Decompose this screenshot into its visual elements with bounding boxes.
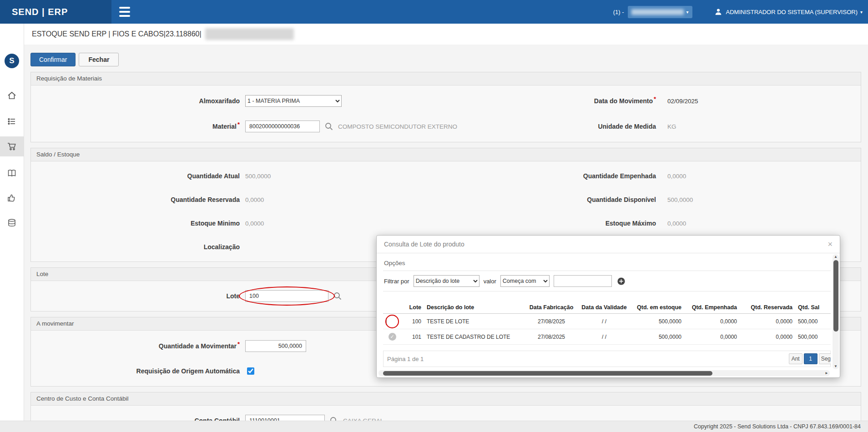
lote-label: Lote xyxy=(31,292,240,300)
cell-lote: 100 xyxy=(401,314,424,329)
horizontal-scroll-thumb[interactable] xyxy=(383,371,712,376)
qtd-movimentar-label: Quantidade a Movimentar* xyxy=(31,342,240,350)
lote-table: Lote Descrição do lote Data Fabricação D… xyxy=(383,301,831,345)
table-row[interactable]: ✓ 101 TESTE DE CADASTRO DE LOTE 27/08/20… xyxy=(383,329,831,345)
material-label: Material* xyxy=(31,123,240,130)
selected-row-check[interactable]: ✓ xyxy=(389,333,396,341)
topbar-right: (1) - ▾ ADMINISTRADOR DO SISTEMA (SUPERV… xyxy=(613,0,863,24)
table-row[interactable]: 100 TESTE DE LOTE 27/08/2025 / / 500,000… xyxy=(383,314,831,329)
app-logo-text: SEND | ERP xyxy=(12,7,68,17)
prev-page-button[interactable]: Ant xyxy=(789,353,802,364)
vertical-scrollbar[interactable]: ▲ ▼ xyxy=(833,254,839,369)
sidebar-item-catalog[interactable] xyxy=(0,163,24,183)
scroll-up-arrow-icon[interactable]: ▲ xyxy=(833,254,839,260)
close-icon[interactable]: × xyxy=(828,240,833,248)
menu-hamburger-button[interactable] xyxy=(119,7,131,17)
thumbs-up-icon xyxy=(7,193,16,202)
cell-fabricacao: 27/08/2025 xyxy=(524,314,579,329)
conta-description: CAIXA GERAL xyxy=(343,417,384,421)
unidade-label: Unidade de Medida xyxy=(559,123,656,130)
footer: Copyright 2025 - Send Solutions Ltda - C… xyxy=(0,421,868,432)
redacted-text xyxy=(205,28,294,40)
sidebar-item-requests[interactable] xyxy=(0,111,24,131)
column-header: Qtd. Reservada xyxy=(740,301,795,314)
qtd-movimentar-input[interactable] xyxy=(245,340,306,352)
company-select[interactable]: ▾ xyxy=(628,6,692,18)
conta-contabil-input[interactable] xyxy=(245,415,325,421)
data-movimento-value: 02/09/2025 xyxy=(667,98,698,105)
user-menu[interactable]: ADMINISTRADOR DO SISTEMA (SUPERVISOR) xyxy=(726,9,858,15)
data-movimento-label: Data do Movimento* xyxy=(559,97,656,105)
scroll-down-arrow-icon[interactable]: ▼ xyxy=(833,364,839,369)
add-filter-button[interactable] xyxy=(617,277,626,286)
sidebar-item-home[interactable] xyxy=(0,85,24,105)
annotation-circle xyxy=(385,315,399,328)
field-value: 500,0000 xyxy=(245,173,271,180)
cell-estoque: 500,0000 xyxy=(630,314,684,329)
search-icon[interactable] xyxy=(324,122,333,131)
confirm-button[interactable]: Confirmar xyxy=(30,53,76,66)
pagination-bar: Página 1 de 1 Ant 1 Seg xyxy=(383,351,831,367)
cell-saldo: 500,000 xyxy=(795,329,831,345)
column-header: Data da Validade xyxy=(579,301,630,314)
section-header: Saldo / Estoque xyxy=(31,148,861,161)
app-logo[interactable]: SEND | ERP xyxy=(0,0,111,24)
origem-automatica-checkbox[interactable] xyxy=(247,367,254,375)
field-label: Quantidade Atual xyxy=(31,172,240,180)
field-value: 0,0000 xyxy=(667,173,686,180)
chevron-down-icon: ▾ xyxy=(860,10,863,15)
field-label: Quantidade Reservada xyxy=(31,196,240,203)
sidebar-item-purchases[interactable] xyxy=(0,136,24,156)
horizontal-scrollbar[interactable]: ► xyxy=(378,370,830,376)
field-value: 0,0000 xyxy=(245,220,264,227)
filter-row: Filtrar por Descrição do lote valor Come… xyxy=(383,271,831,291)
sidebar-logo[interactable]: S xyxy=(0,51,24,71)
copyright-text: Copyright 2025 - Send Solutions Ltda - C… xyxy=(694,423,861,430)
next-page-button[interactable]: Seg xyxy=(819,353,831,364)
current-page-button[interactable]: 1 xyxy=(804,353,818,364)
filter-value-input[interactable] xyxy=(554,275,612,287)
column-header: Data Fabricação xyxy=(524,301,579,314)
cell-lote: 101 xyxy=(401,329,424,345)
almoxarifado-select[interactable]: 1 - MATERIA PRIMA xyxy=(245,95,342,107)
page-info: Página 1 de 1 xyxy=(387,356,424,362)
cell-reservada: 0,0000 xyxy=(740,329,795,345)
field-label: Localização xyxy=(31,243,240,251)
select-row-radio[interactable] xyxy=(386,318,387,325)
scroll-right-arrow-icon[interactable]: ► xyxy=(825,371,828,376)
chevron-down-icon: ▾ xyxy=(686,10,689,15)
section-header: Centro de Custo e Conta Contábil xyxy=(31,392,861,406)
section-centro-custo: Centro de Custo e Conta Contábil Conta C… xyxy=(30,392,861,421)
column-header: Qtd. em estoque xyxy=(630,301,684,314)
conta-contabil-label: Conta Contábil xyxy=(31,417,240,421)
material-description: COMPOSTO SEMICONDUTOR EXTERNO xyxy=(338,123,457,130)
field-value: 0,0000 xyxy=(667,220,686,227)
column-header: Lote xyxy=(401,301,424,314)
section-header: Requisição de Materiais xyxy=(31,72,861,85)
almoxarifado-label: Almoxarifado xyxy=(31,97,240,105)
filter-label: Filtrar por xyxy=(384,278,409,285)
select-column-header xyxy=(383,301,401,314)
field-label: Quantidade Empenhada xyxy=(559,172,656,180)
field-value: 0,0000 xyxy=(245,196,264,203)
filter-field-select[interactable]: Descrição do lote xyxy=(414,275,479,287)
search-icon[interactable] xyxy=(329,416,338,421)
column-header: Descrição do lote xyxy=(424,301,524,314)
sidebar-item-approvals[interactable] xyxy=(0,188,24,208)
search-icon[interactable] xyxy=(333,291,342,301)
send-logo-icon: S xyxy=(5,54,19,68)
cell-empenhada: 0,0000 xyxy=(684,314,740,329)
filter-operator-select[interactable]: Começa com xyxy=(500,275,550,287)
cell-fabricacao: 27/08/2025 xyxy=(524,329,579,345)
notification-count: (1) - xyxy=(613,9,624,15)
required-marker: * xyxy=(237,341,240,347)
column-header: Qtd. Empenhada xyxy=(684,301,740,314)
cell-descricao: TESTE DE LOTE xyxy=(424,314,524,329)
dialog-title: Consulta de Lote do produto xyxy=(384,241,464,248)
page-header: ESTOQUE SEND ERP | FIOS E CABOS|23.11886… xyxy=(24,24,868,45)
sidebar-item-inventory[interactable] xyxy=(0,213,24,233)
material-input[interactable] xyxy=(245,121,320,132)
lote-input[interactable] xyxy=(245,290,328,302)
close-button[interactable]: Fechar xyxy=(79,53,119,66)
vertical-scroll-thumb[interactable] xyxy=(833,260,838,332)
